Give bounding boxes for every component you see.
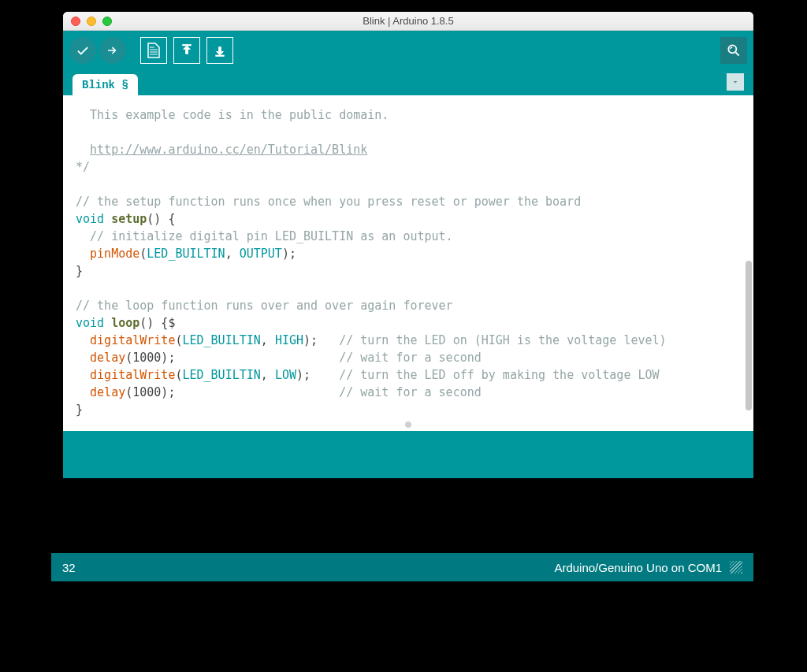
titlebar: Blink | Arduino 1.8.5: [63, 12, 753, 31]
check-icon: [76, 43, 90, 58]
maximize-icon[interactable]: [102, 17, 112, 26]
file-icon: [147, 43, 160, 58]
code-content: This example code is in the public domai…: [76, 106, 741, 418]
open-button[interactable]: [173, 37, 200, 64]
tab-strip: Blink §: [63, 70, 753, 95]
svg-rect-1: [216, 55, 225, 57]
window-controls: [63, 17, 112, 26]
svg-point-2: [728, 45, 736, 53]
arrow-down-icon: [213, 43, 227, 58]
resize-grip-icon[interactable]: [730, 561, 742, 574]
arrow-up-icon: [180, 43, 194, 58]
splitter-handle-icon[interactable]: [405, 421, 411, 428]
console-area: [63, 431, 753, 478]
minimize-icon[interactable]: [87, 17, 96, 26]
arrow-right-icon: [106, 43, 120, 58]
scrollbar[interactable]: [746, 261, 752, 410]
serial-monitor-button[interactable]: [720, 37, 747, 64]
status-board-port: Arduino/Genuino Uno on COM1: [554, 561, 722, 574]
svg-rect-0: [183, 45, 192, 46]
tutorial-link[interactable]: http://www.arduino.cc/en/Tutorial/Blink: [90, 143, 367, 157]
window-title: Blink | Arduino 1.8.5: [63, 15, 753, 27]
toolbar: [63, 31, 753, 70]
code-editor[interactable]: This example code is in the public domai…: [63, 95, 753, 431]
verify-button[interactable]: [69, 37, 96, 64]
new-button[interactable]: [140, 37, 167, 64]
chevron-down-icon: [731, 77, 740, 87]
tab-menu-button[interactable]: [727, 73, 744, 91]
arduino-ide-window: Blink | Arduino 1.8.5 Blink § This: [63, 12, 753, 478]
tab-blink[interactable]: Blink §: [73, 74, 138, 95]
save-button[interactable]: [206, 37, 233, 64]
magnifier-icon: [726, 43, 742, 58]
status-bar: 32 Arduino/Genuino Uno on COM1: [51, 553, 753, 581]
status-line-number: 32: [62, 561, 76, 574]
upload-button[interactable]: [99, 37, 126, 64]
close-icon[interactable]: [71, 17, 80, 26]
